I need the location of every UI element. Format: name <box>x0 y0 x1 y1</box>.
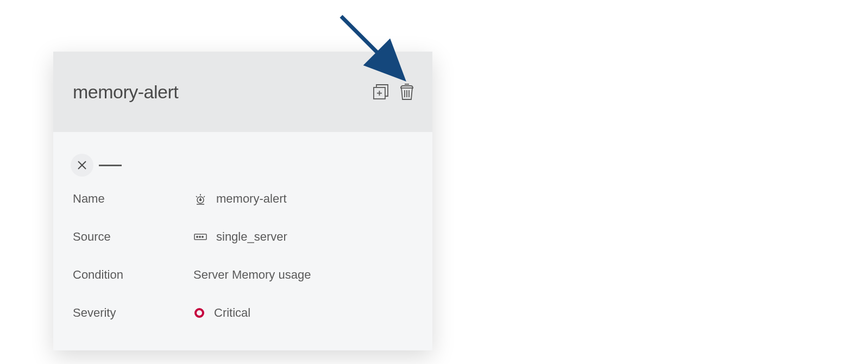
label-condition: Condition <box>73 268 193 282</box>
value-source-text: single_server <box>216 230 287 244</box>
card-title: memory-alert <box>73 81 178 103</box>
label-severity: Severity <box>73 306 193 320</box>
svg-point-19 <box>199 236 200 237</box>
row-name: Name memory-alert <box>73 192 413 206</box>
label-name: Name <box>73 192 193 206</box>
alarm-icon <box>193 192 207 206</box>
svg-line-14 <box>196 196 197 197</box>
value-severity-text: Critical <box>214 306 250 320</box>
value-name: memory-alert <box>193 192 287 206</box>
divider-bar <box>99 165 122 166</box>
value-source: single_server <box>193 230 287 244</box>
trash-icon <box>399 83 415 101</box>
close-row <box>73 154 413 177</box>
label-source: Source <box>73 230 193 244</box>
svg-point-20 <box>202 236 203 237</box>
value-severity: Critical <box>193 306 250 320</box>
server-icon <box>193 232 207 242</box>
severity-critical-icon <box>194 308 204 318</box>
value-condition-text: Server Memory usage <box>193 268 311 282</box>
card-header: memory-alert <box>53 52 432 132</box>
value-condition: Server Memory usage <box>193 268 311 282</box>
row-condition: Condition Server Memory usage <box>73 268 413 282</box>
close-icon <box>77 160 87 170</box>
alert-card: memory-alert <box>53 52 432 350</box>
card-body: Name memory-alert Source <box>53 132 432 333</box>
duplicate-button[interactable] <box>372 83 390 101</box>
svg-point-18 <box>197 236 198 237</box>
value-name-text: memory-alert <box>216 192 287 206</box>
row-severity: Severity Critical <box>73 306 413 320</box>
card-actions <box>372 83 415 101</box>
row-source: Source single_server <box>73 230 413 244</box>
svg-line-15 <box>204 196 205 197</box>
duplicate-icon <box>372 83 390 101</box>
close-button[interactable] <box>71 154 93 177</box>
delete-button[interactable] <box>399 83 415 101</box>
